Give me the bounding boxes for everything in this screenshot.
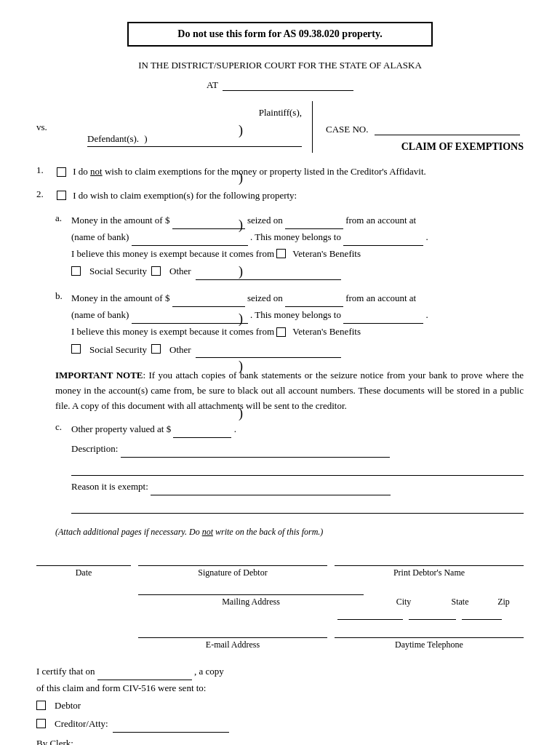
certify-debtor-checkbox[interactable] xyxy=(36,701,46,710)
sub-c-desc-label: Description: xyxy=(71,443,118,454)
sub-b-believe-label: I believe this money is exempt because i… xyxy=(71,326,274,337)
sub-a-believe-label: I believe this money is exempt because i… xyxy=(71,248,274,259)
certify-section: I certify that on , a copy of this claim… xyxy=(36,664,524,745)
certify-clerk-label: By Clerk: xyxy=(36,738,73,745)
sub-a-other-checkbox[interactable] xyxy=(151,266,161,276)
sub-c-period: . xyxy=(234,423,236,434)
sub-b-amount-label: Money in the amount of $ xyxy=(71,292,169,303)
sub-c-reason-label: Reason it is exempt: xyxy=(71,481,148,492)
sub-a-from-label: from an account at xyxy=(345,215,416,226)
sub-b-seized-label: seized on xyxy=(247,292,285,303)
email-label: E-mail Address xyxy=(138,640,327,650)
sub-c-text: Other property valued at $ xyxy=(71,423,171,434)
at-label: AT xyxy=(207,79,218,91)
sub-c-label: c. xyxy=(55,421,71,433)
sub-a-social-label: Social Security xyxy=(89,263,147,279)
sub-a-seized-label: seized on xyxy=(247,215,285,226)
sub-b-other-checkbox[interactable] xyxy=(151,344,161,354)
signature-label: Signature of Debtor xyxy=(138,567,327,578)
sub-b-social-checkbox[interactable] xyxy=(71,344,81,354)
sub-b-bank-label: (name of bank) xyxy=(71,309,129,320)
sub-a-veteran-label: Veteran's Benefits xyxy=(292,248,361,259)
item2-text: I do wish to claim exemption(s) for the … xyxy=(73,190,297,201)
sub-a-bank-label: (name of bank) xyxy=(71,231,129,242)
phone-label: Daytime Telephone xyxy=(335,640,524,650)
name-label: Print Debtor's Name xyxy=(335,567,524,578)
certify-line1-end: , a copy xyxy=(194,666,224,677)
sub-a-label: a. xyxy=(55,212,71,224)
sub-b-from-label: from an account at xyxy=(345,292,416,303)
certify-creditor-label: Creditor/Atty: xyxy=(55,716,108,732)
certify-line1-start: I certify that on xyxy=(36,666,95,677)
certify-line2: of this claim and form CIV-516 were sent… xyxy=(36,680,524,696)
case-no-label: CASE NO. xyxy=(326,124,369,135)
item1-not: not xyxy=(90,166,103,177)
sub-b-social-label: Social Security xyxy=(89,342,147,358)
item1-checkbox[interactable] xyxy=(57,167,66,177)
city-label: City xyxy=(374,597,433,607)
sub-b-other-label: Other xyxy=(169,342,191,358)
important-note: IMPORTANT NOTE: If you attach copies of … xyxy=(55,368,524,413)
vs-label: vs. xyxy=(36,121,47,133)
sub-b-label: b. xyxy=(55,290,71,302)
sub-a-social-checkbox[interactable] xyxy=(71,266,81,276)
defendant-label: Defendant(s). xyxy=(87,133,139,144)
plaintiff-label: Plaintiff(s), xyxy=(259,107,302,118)
court-at-line: AT xyxy=(36,79,524,91)
state-label: State xyxy=(439,597,481,607)
sub-b-veteran-label: Veteran's Benefits xyxy=(292,326,361,337)
important-note-bold: IMPORTANT NOTE xyxy=(55,370,143,381)
form-title: CLAIM OF EXEMPTIONS xyxy=(326,141,524,153)
court-header: IN THE DISTRICT/SUPERIOR COURT FOR THE S… xyxy=(36,60,524,71)
sub-b-belongs-label: . This money belongs to xyxy=(250,309,341,320)
signature-section: Date Signature of Debtor Print Debtor's … xyxy=(36,554,524,650)
certify-debtor-label: Debtor xyxy=(55,698,81,714)
do-not-use-notice: Do not use this form for AS 09.38.020 pr… xyxy=(127,22,433,47)
sub-a-belongs-label: . This money belongs to xyxy=(250,231,341,242)
date-label: Date xyxy=(36,567,131,578)
item1-num: 1. xyxy=(36,164,57,176)
sub-a-amount-label: Money in the amount of $ xyxy=(71,215,169,226)
italic-note: (Attach additional pages if necessary. D… xyxy=(55,527,524,538)
certify-creditor-checkbox[interactable] xyxy=(36,719,46,728)
addr-label: Mailing Address xyxy=(138,597,364,607)
sub-b-veteran-checkbox[interactable] xyxy=(276,327,286,337)
item2-checkbox[interactable] xyxy=(57,191,66,200)
sub-a-veteran-checkbox[interactable] xyxy=(276,249,286,258)
sub-a-other-label: Other xyxy=(169,263,191,279)
zip-label: Zip xyxy=(487,597,521,607)
item2-num: 2. xyxy=(36,188,57,200)
